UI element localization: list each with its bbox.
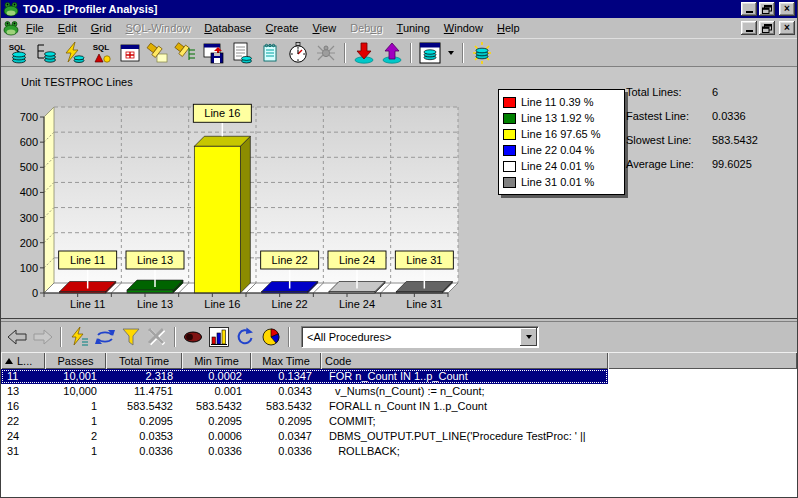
object-search-icon[interactable] — [145, 41, 171, 65]
session-dropdown-icon[interactable] — [445, 42, 457, 64]
table-row[interactable]: 2420.03530.00060.0347DBMS_OUTPUT.PUT_LIN… — [1, 429, 608, 444]
save-window-icon[interactable] — [201, 41, 227, 65]
legend-swatch — [503, 129, 516, 140]
profiler-toolbar: <All Procedures> — [1, 322, 797, 352]
pie-chart-icon[interactable] — [259, 326, 283, 348]
child-close-button[interactable]: × — [779, 21, 795, 35]
column-header-min-time[interactable]: Min Time — [182, 352, 251, 369]
stat-label: Average Line: — [626, 158, 712, 170]
title-bar[interactable]: TOAD - [Profiler Analysis] × — [1, 0, 797, 18]
notepad-icon[interactable] — [257, 41, 283, 65]
sql-editor-icon[interactable]: SQL — [5, 41, 31, 65]
table-cell: 13 — [1, 384, 45, 399]
stopwatch-icon[interactable] — [285, 41, 311, 65]
schema-search-icon[interactable] — [173, 41, 199, 65]
dba-window-icon[interactable] — [117, 41, 143, 65]
combo-dropdown-icon[interactable] — [520, 328, 537, 346]
restore-button[interactable] — [759, 2, 775, 16]
menu-tuning[interactable]: Tuning — [390, 20, 437, 36]
legend-item: Line 13 1.92 % — [503, 110, 620, 126]
stats-panel: Total Lines:6Fastest Line:0.0336Slowest … — [626, 86, 758, 170]
bar-chart-icon[interactable] — [207, 326, 231, 348]
svg-text:Line 31: Line 31 — [406, 254, 442, 266]
table-row[interactable]: 3110.03360.03360.0336 ROLLBACK; — [1, 444, 608, 459]
table-cell: COMMIT; — [321, 414, 608, 429]
table-cell: 583.5432 — [251, 399, 321, 414]
legend-label: Line 11 0.39 % — [521, 96, 594, 108]
menu-view[interactable]: View — [305, 20, 343, 36]
legend-label: Line 31 0.01 % — [521, 176, 594, 188]
legend-swatch — [503, 145, 516, 156]
menu-file[interactable]: File — [19, 20, 51, 36]
menu-window[interactable]: Window — [437, 20, 490, 36]
table-cell: 16 — [1, 399, 45, 414]
new-connection-icon[interactable] — [469, 41, 495, 65]
child-window-icon[interactable] — [3, 20, 19, 36]
table-cell: 0.0006 — [182, 429, 251, 444]
profiler-chart-svg[interactable]: 0100200300400500600700Line 11Line 13Line… — [1, 67, 493, 319]
menu-sql-window[interactable]: SQL-Window — [119, 20, 198, 36]
schema-browser-icon[interactable] — [33, 41, 59, 65]
toad-icon — [3, 1, 19, 17]
rollback-icon[interactable] — [379, 41, 405, 65]
cycle-chart-icon[interactable] — [233, 326, 257, 348]
report-icon[interactable] — [229, 41, 255, 65]
legend-swatch — [503, 177, 516, 188]
stat-value: 6 — [712, 86, 758, 98]
column-header-passes[interactable]: Passes — [45, 352, 106, 369]
legend-label: Line 13 1.92 % — [521, 112, 594, 124]
legend-item: Line 22 0.04 % — [503, 142, 620, 158]
child-restore-button[interactable] — [759, 21, 775, 35]
table-cell: 0.2095 — [106, 414, 182, 429]
svg-text:Line 22: Line 22 — [272, 298, 308, 310]
svg-text:400: 400 — [20, 186, 38, 198]
session-window-icon[interactable] — [417, 41, 443, 65]
commit-icon[interactable] — [351, 41, 377, 65]
back-arrow-icon[interactable] — [5, 326, 29, 348]
filter-icon[interactable] — [119, 326, 143, 348]
table-cell: 0.2095 — [251, 414, 321, 429]
column-header-code[interactable]: Code — [321, 352, 608, 369]
close-button[interactable]: × — [779, 2, 795, 16]
stat-value: 99.6025 — [712, 158, 758, 170]
run-profile-icon[interactable] — [67, 326, 91, 348]
legend-item: Line 31 0.01 % — [503, 174, 620, 190]
refresh-icon[interactable] — [93, 326, 117, 348]
legend-item: Line 16 97.65 % — [503, 126, 620, 142]
legend-label: Line 22 0.04 % — [521, 144, 594, 156]
menu-create[interactable]: Create — [258, 20, 305, 36]
eye-icon[interactable] — [181, 326, 205, 348]
table-cell: 0.0343 — [251, 384, 321, 399]
profiler-panel: 0100200300400500600700Line 11Line 13Line… — [1, 66, 797, 318]
execute-lightning-icon[interactable] — [61, 41, 87, 65]
table-row[interactable]: 2210.20950.20950.2095COMMIT; — [1, 414, 608, 429]
menu-edit[interactable]: Edit — [51, 20, 84, 36]
table-cell: 24 — [1, 429, 45, 444]
table-row[interactable]: 1310,00011.47510.0010.0343 v_Nums(n_Coun… — [1, 384, 608, 399]
menu-debug[interactable]: Debug — [343, 20, 389, 36]
table-cell: 1 — [45, 399, 106, 414]
svg-text:700: 700 — [20, 111, 38, 123]
legend-label: Line 24 0.01 % — [521, 160, 594, 172]
stat-label: Fastest Line: — [626, 110, 712, 122]
table-row[interactable]: 1110,0012.3180.00020.1347FOR n_Count IN … — [1, 369, 608, 384]
column-header-max-time[interactable]: Max Time — [251, 352, 321, 369]
table-cell: 0.0347 — [251, 429, 321, 444]
table-cell: 0.2095 — [182, 414, 251, 429]
minimize-button[interactable] — [741, 2, 757, 16]
menu-database[interactable]: Database — [197, 20, 258, 36]
column-header-l-[interactable]: L... — [1, 352, 45, 369]
table-body: 1110,0012.3180.00020.1347FOR n_Count IN … — [1, 369, 797, 497]
column-header-total-time[interactable]: Total Time — [106, 352, 182, 369]
sql-modeler-icon[interactable]: SQL — [89, 41, 115, 65]
svg-text:Line 11: Line 11 — [70, 298, 105, 310]
table-row[interactable]: 161583.5432583.5432583.5432FORALL n_Coun… — [1, 399, 608, 414]
table-cell: FOR n_Count IN 1..p_Count — [321, 369, 608, 384]
table-cell: 1 — [45, 414, 106, 429]
menu-help[interactable]: Help — [490, 20, 527, 36]
table-cell: 11 — [1, 369, 45, 384]
menu-grid[interactable]: Grid — [84, 20, 119, 36]
child-minimize-button[interactable] — [741, 21, 757, 35]
table-cell: 2 — [45, 429, 106, 444]
procedures-combobox[interactable]: <All Procedures> — [301, 326, 539, 348]
